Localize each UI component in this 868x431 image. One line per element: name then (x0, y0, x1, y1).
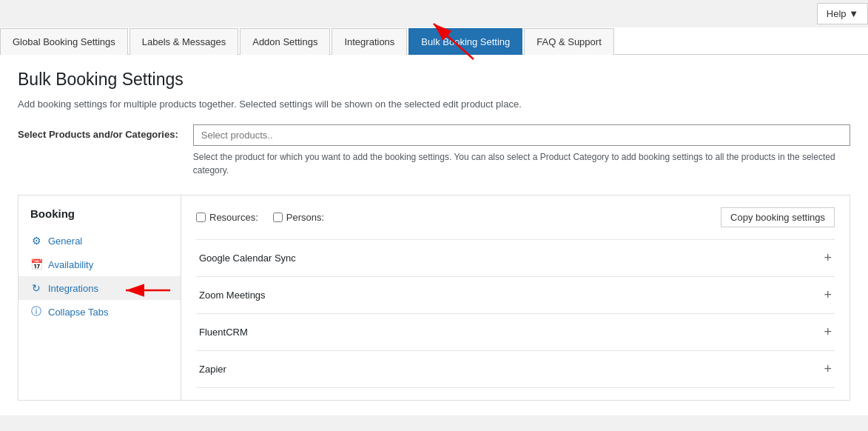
accordion-fluentcrm-label: FluentCRM (199, 327, 248, 338)
accordion-zapier-label: Zapier (199, 364, 226, 375)
tab-bulk-booking-setting[interactable]: Bulk Booking Setting (408, 28, 522, 55)
accordion-zapier-plus-icon: + (824, 361, 832, 377)
sidebar-item-general-label: General (48, 235, 82, 247)
sidebar-item-integrations-label: Integrations (48, 283, 98, 294)
sync-icon: ↻ (30, 282, 42, 294)
booking-main: Resources: Persons: Copy booking setting… (181, 196, 850, 400)
select-hint: Select the product for which you want to… (193, 150, 850, 177)
sidebar-item-collapse-tabs[interactable]: ⓘ Collapse Tabs (18, 300, 181, 324)
sidebar-item-collapse-tabs-label: Collapse Tabs (48, 307, 108, 318)
select-right: Select the product for which you want to… (193, 124, 850, 177)
main-content: Bulk Booking Settings Add booking settin… (0, 55, 868, 415)
accordion-fluentcrm-plus-icon: + (824, 324, 832, 340)
persons-checkbox[interactable] (273, 213, 283, 222)
accordion-zoom-meetings-label: Zoom Meetings (199, 290, 266, 301)
select-label: Select Products and/or Categories: (18, 124, 178, 140)
accordion-google-calendar-header[interactable]: Google Calendar Sync + (196, 240, 835, 276)
accordion-zoom-meetings: Zoom Meetings + (196, 276, 835, 313)
sidebar-item-availability-label: Availability (48, 259, 93, 270)
tab-labels-messages[interactable]: Labels & Messages (129, 28, 238, 55)
copy-booking-settings-button[interactable]: Copy booking settings (721, 207, 835, 227)
accordion-fluentcrm-header[interactable]: FluentCRM + (196, 314, 835, 350)
accordion-zapier: Zapier + (196, 350, 835, 387)
accordion-fluentcrm: FluentCRM + (196, 313, 835, 350)
accordion-zoom-meetings-plus-icon: + (824, 287, 832, 303)
tab-addon-settings[interactable]: Addon Settings (240, 28, 330, 55)
product-select-input[interactable] (193, 124, 850, 146)
resources-checkbox[interactable] (196, 213, 206, 222)
accordion-zoom-meetings-header[interactable]: Zoom Meetings + (196, 277, 835, 313)
sidebar-item-availability[interactable]: 📅 Availability (18, 253, 181, 276)
accordion-google-calendar: Google Calendar Sync + (196, 239, 835, 276)
select-row: Select Products and/or Categories: Selec… (18, 124, 850, 177)
persons-label: Persons: (286, 212, 324, 223)
help-button[interactable]: Help ▼ (817, 3, 868, 24)
accordion-google-calendar-label: Google Calendar Sync (199, 253, 296, 264)
tab-global-booking-settings[interactable]: Global Booking Settings (0, 28, 128, 55)
page-description: Add booking settings for multiple produc… (18, 98, 850, 110)
booking-top-bar: Resources: Persons: Copy booking setting… (196, 207, 835, 227)
gear-icon: ⚙ (30, 235, 42, 247)
persons-checkbox-item: Persons: (273, 212, 324, 223)
booking-panel: Booking ⚙ General 📅 Availability ↻ Integ… (18, 195, 850, 401)
booking-checkboxes: Resources: Persons: (196, 212, 324, 223)
page-wrapper: Help ▼ Global Booking Settings Labels & … (0, 0, 868, 431)
resources-checkbox-item: Resources: (196, 212, 258, 223)
calendar-icon: 📅 (30, 258, 42, 270)
sidebar-item-integrations[interactable]: ↻ Integrations (18, 276, 181, 300)
accordion-bottom-border (196, 387, 835, 388)
booking-sidebar: Booking ⚙ General 📅 Availability ↻ Integ… (18, 196, 181, 400)
help-area: Help ▼ (0, 0, 868, 27)
top-nav: Global Booking Settings Labels & Message… (0, 27, 868, 55)
sidebar-item-general[interactable]: ⚙ General (18, 229, 181, 253)
resources-label: Resources: (209, 212, 258, 223)
tab-integrations[interactable]: Integrations (332, 28, 407, 55)
nav-tabs: Global Booking Settings Labels & Message… (0, 27, 868, 54)
tab-faq-support[interactable]: FAQ & Support (524, 28, 613, 55)
accordion-zapier-header[interactable]: Zapier + (196, 351, 835, 387)
page-title: Bulk Booking Settings (18, 70, 850, 90)
accordion-google-calendar-plus-icon: + (824, 250, 832, 266)
info-icon: ⓘ (30, 306, 42, 318)
sidebar-title: Booking (18, 207, 181, 229)
